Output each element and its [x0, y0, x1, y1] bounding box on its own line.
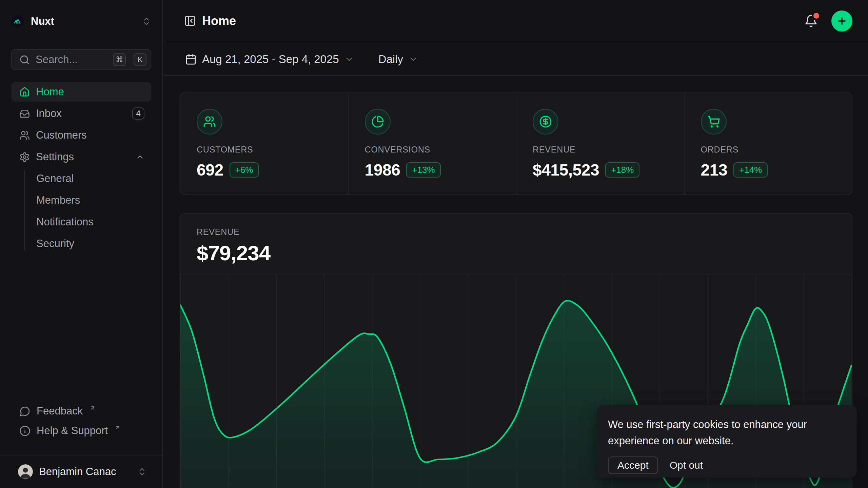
kbd-cmd: ⌘: [113, 53, 126, 66]
notification-dot: [813, 13, 819, 19]
panel-left-close-icon[interactable]: [184, 15, 196, 27]
plus-icon: [836, 16, 847, 26]
stat-value: 213: [701, 161, 728, 179]
chevron-down-icon: [344, 55, 354, 64]
revenue-chart-value: $79,234: [197, 241, 835, 265]
settings-sub-list: General Members Notifications Security: [11, 169, 151, 253]
sidebar-item-help-support[interactable]: Help & Support: [11, 421, 151, 441]
info-icon: [19, 425, 31, 436]
user-name: Benjamin Canac: [39, 466, 131, 478]
notifications-button[interactable]: [804, 14, 818, 28]
sidebar: Nuxt Search... ⌘ K Home: [0, 0, 163, 488]
cookie-message: We use first-party cookies to enhance yo…: [608, 416, 845, 449]
circle-dollar-icon: [533, 109, 558, 135]
arrow-up-right-icon: [115, 425, 121, 431]
stat-value: $415,523: [533, 161, 599, 179]
sidebar-nav: Home Inbox 4 Customers Settings: [11, 82, 151, 256]
stat-card-customers[interactable]: CUSTOMERS 692 +6%: [180, 93, 348, 195]
main-header: Home: [163, 0, 868, 42]
sidebar-item-feedback[interactable]: Feedback: [11, 401, 151, 421]
accept-button[interactable]: Accept: [608, 456, 658, 474]
house-icon: [19, 87, 30, 97]
delta-badge: +6%: [230, 162, 259, 178]
granularity-value: Daily: [378, 53, 403, 66]
sidebar-item-security[interactable]: Security: [25, 234, 151, 253]
stat-value: 692: [197, 161, 223, 179]
page-title: Home: [202, 14, 236, 28]
chevron-down-icon: [409, 55, 418, 64]
stats-row: CUSTOMERS 692 +6% CONVERSIONS 1986 +13%: [180, 93, 852, 195]
chevron-up-icon: [136, 152, 144, 161]
stat-value: 1986: [365, 161, 400, 179]
date-range-value: Aug 21, 2025 - Sep 4, 2025: [202, 53, 339, 66]
sidebar-item-customers[interactable]: Customers: [11, 125, 151, 145]
cookie-banner: We use first-party cookies to enhance yo…: [597, 405, 857, 477]
calendar-icon: [185, 54, 197, 65]
sidebar-item-settings[interactable]: Settings: [11, 147, 151, 167]
sidebar-item-members[interactable]: Members: [25, 190, 151, 210]
message-circle-icon: [19, 406, 31, 417]
user-menu[interactable]: Benjamin Canac: [11, 464, 151, 479]
team-name: Nuxt: [31, 15, 135, 27]
delta-badge: +13%: [406, 162, 440, 178]
chevrons-up-down-icon: [137, 467, 147, 476]
chevrons-up-down-icon: [142, 17, 151, 26]
gear-icon: [19, 152, 30, 162]
toolbar: Aug 21, 2025 - Sep 4, 2025 Daily: [163, 43, 868, 76]
stat-card-orders[interactable]: ORDERS 213 +14%: [684, 93, 852, 195]
search-input[interactable]: Search... ⌘ K: [11, 49, 151, 70]
nuxt-logo-icon: [11, 15, 24, 28]
chart-pie-icon: [365, 109, 391, 135]
stat-card-conversions[interactable]: CONVERSIONS 1986 +13%: [348, 93, 516, 195]
delta-badge: +18%: [605, 162, 639, 178]
sidebar-item-notifications[interactable]: Notifications: [25, 212, 151, 232]
granularity-select[interactable]: Daily: [378, 53, 418, 66]
user-section: Benjamin Canac: [0, 455, 162, 488]
search-icon: [19, 55, 30, 65]
stat-card-revenue[interactable]: REVENUE $415,523 +18%: [516, 93, 684, 195]
users-icon: [19, 130, 30, 141]
sidebar-item-general[interactable]: General: [25, 169, 151, 188]
inbox-count-badge: 4: [132, 107, 144, 120]
sidebar-item-home[interactable]: Home: [11, 82, 151, 102]
sidebar-footer: Feedback Help & Support: [11, 401, 151, 441]
date-range-picker[interactable]: Aug 21, 2025 - Sep 4, 2025: [185, 53, 354, 66]
revenue-chart-label: REVENUE: [197, 227, 835, 237]
avatar: [18, 464, 33, 479]
team-switcher[interactable]: Nuxt: [11, 11, 151, 32]
inbox-icon: [19, 108, 30, 119]
opt-out-button[interactable]: Opt out: [666, 457, 706, 473]
sidebar-item-inbox[interactable]: Inbox 4: [11, 104, 151, 123]
search-placeholder: Search...: [36, 54, 105, 66]
kbd-k: K: [134, 53, 146, 66]
arrow-up-right-icon: [90, 405, 96, 411]
add-button[interactable]: [831, 11, 852, 32]
shopping-cart-icon: [701, 109, 727, 135]
delta-badge: +14%: [733, 162, 768, 178]
users-icon: [197, 109, 222, 135]
